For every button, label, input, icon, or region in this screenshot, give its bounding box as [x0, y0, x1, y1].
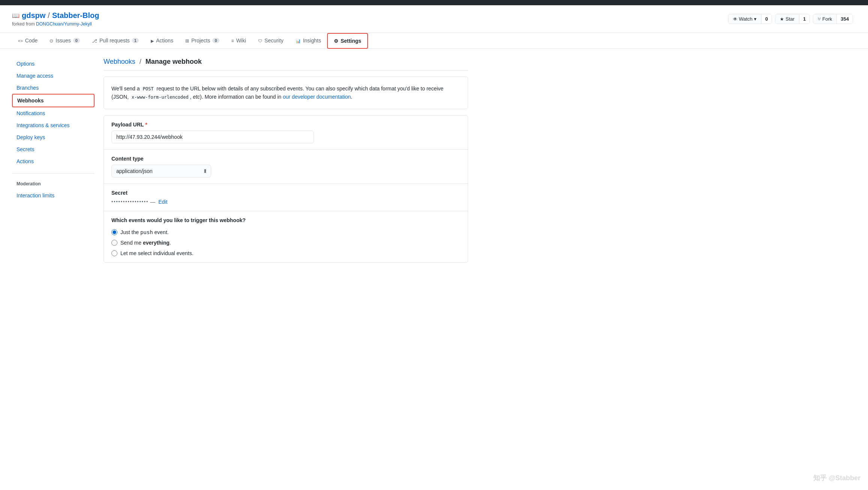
sidebar-item-secrets[interactable]: Secrets	[12, 143, 95, 155]
projects-icon	[185, 38, 189, 44]
radio-everything-label: Send me everything.	[120, 240, 171, 246]
fork-label: Fork	[822, 16, 832, 22]
urlencoded-code: x-www-form-urlencoded	[130, 94, 190, 100]
star-label: Star	[785, 16, 794, 22]
sidebar-divider	[12, 173, 95, 174]
tab-security[interactable]: Security	[252, 33, 290, 49]
tab-pull-requests[interactable]: Pull requests 1	[86, 33, 145, 49]
content-type-select[interactable]: application/json application/x-www-form-…	[111, 165, 211, 177]
sidebar-item-notifications[interactable]: Notifications	[12, 107, 95, 119]
fork-count[interactable]: 354	[836, 14, 853, 24]
tab-actions-label: Actions	[156, 38, 173, 44]
repo-title-line: 📖 gdspw / Stabber-Blog	[12, 11, 99, 20]
tab-projects-label: Projects	[191, 38, 210, 44]
radio-item-everything[interactable]: Send me everything.	[111, 240, 460, 246]
repo-title-section: 📖 gdspw / Stabber-Blog forked from DONGC…	[12, 11, 99, 27]
tab-wiki-label: Wiki	[236, 38, 246, 44]
secret-label: Secret	[111, 190, 460, 196]
settings-icon	[334, 38, 338, 44]
content-area: Webhooks / Manage webhook We'll send a P…	[104, 58, 468, 263]
watch-btn-group: Watch ▾ 0	[728, 14, 772, 24]
star-icon	[780, 16, 784, 22]
pr-icon	[92, 38, 97, 44]
fork-info: forked from DONGChuan/Yummy-Jekyll	[12, 21, 99, 27]
tab-settings-label: Settings	[341, 38, 361, 44]
sidebar-item-options[interactable]: Options	[12, 58, 95, 70]
radio-item-push[interactable]: Just the push event.	[111, 229, 460, 235]
radio-item-individual[interactable]: Let me select individual events.	[111, 250, 460, 256]
payload-url-input[interactable]	[111, 131, 314, 143]
tab-code[interactable]: Code	[12, 33, 44, 49]
repo-book-icon: 📖	[12, 12, 20, 19]
sidebar-item-branches[interactable]: Branches	[12, 82, 95, 94]
repo-header: 📖 gdspw / Stabber-Blog forked from DONGC…	[0, 5, 868, 33]
security-icon	[258, 38, 262, 44]
star-count[interactable]: 1	[799, 14, 809, 24]
secret-group: Secret •••••••••••••••• — Edit	[104, 184, 468, 211]
nav-tabs: Code Issues 0 Pull requests 1 Actions Pr…	[0, 33, 868, 49]
radio-push-input[interactable]	[111, 229, 117, 235]
events-section: Which events would you like to trigger t…	[104, 211, 468, 262]
repo-org-link[interactable]: gdspw	[22, 11, 45, 20]
star-button[interactable]: Star	[775, 14, 799, 24]
tab-code-label: Code	[25, 38, 38, 44]
fork-button[interactable]: Fork	[813, 14, 836, 24]
star-btn-group: Star 1	[775, 14, 810, 24]
tab-actions[interactable]: Actions	[145, 33, 179, 49]
fork-icon	[818, 16, 821, 22]
radio-individual-input[interactable]	[111, 250, 117, 256]
projects-badge: 0	[212, 38, 219, 43]
insights-icon	[296, 38, 301, 44]
repo-name-link[interactable]: Stabber-Blog	[52, 11, 99, 20]
everything-bold: everything	[143, 240, 170, 246]
eye-icon	[733, 16, 737, 22]
sidebar: Options Manage access Branches Webhooks …	[12, 58, 95, 263]
secret-value: •••••••••••••••• — Edit	[111, 199, 460, 205]
sidebar-item-actions[interactable]: Actions	[12, 155, 95, 167]
required-star: *	[145, 122, 147, 128]
secret-edit-link[interactable]: Edit	[158, 199, 167, 205]
content-type-group: Content type application/json applicatio…	[104, 150, 468, 184]
issues-icon	[50, 38, 53, 44]
fork-btn-group: Fork 354	[813, 14, 853, 24]
breadcrumb-separator: /	[140, 58, 141, 65]
payload-url-group: Payload URL *	[104, 116, 468, 150]
radio-individual-label: Let me select individual events.	[120, 250, 194, 256]
tab-projects[interactable]: Projects 0	[179, 33, 225, 49]
info-box: We'll send a POST request to the URL bel…	[104, 77, 468, 109]
watch-dropdown-icon: ▾	[754, 16, 757, 22]
post-code: POST	[141, 86, 155, 92]
radio-everything-input[interactable]	[111, 240, 117, 246]
github-top-bar	[0, 0, 868, 5]
developer-docs-link[interactable]: our developer documentation	[283, 94, 351, 100]
tab-issues-label: Issues	[56, 38, 71, 44]
radio-group: Just the push event. Send me everything.…	[111, 229, 460, 256]
sidebar-item-integrations[interactable]: Integrations & services	[12, 119, 95, 131]
tab-pr-label: Pull requests	[99, 38, 130, 44]
sidebar-main-section: Options Manage access Branches Webhooks …	[12, 58, 95, 167]
sidebar-moderation-section: Moderation Interaction limits	[12, 178, 95, 201]
payload-url-label: Payload URL *	[111, 122, 460, 128]
fork-source-link[interactable]: DONGChuan/Yummy-Jekyll	[36, 21, 92, 27]
tab-security-label: Security	[264, 38, 284, 44]
tab-issues[interactable]: Issues 0	[44, 33, 86, 49]
tab-settings[interactable]: Settings	[327, 33, 368, 49]
sidebar-item-webhooks[interactable]: Webhooks	[12, 94, 95, 107]
radio-push-label: Just the push event.	[120, 229, 169, 235]
moderation-title: Moderation	[12, 178, 95, 189]
watch-count[interactable]: 0	[761, 14, 772, 24]
watch-button[interactable]: Watch ▾	[728, 14, 761, 24]
breadcrumb-current: Manage webhook	[146, 58, 202, 65]
breadcrumb: Webhooks / Manage webhook	[104, 58, 468, 71]
tab-wiki[interactable]: Wiki	[225, 33, 252, 49]
pr-badge: 1	[132, 38, 139, 43]
breadcrumb-parent[interactable]: Webhooks	[104, 58, 135, 65]
sidebar-item-interaction-limits[interactable]: Interaction limits	[12, 189, 95, 201]
code-icon	[18, 38, 23, 44]
tab-insights-label: Insights	[303, 38, 321, 44]
tab-insights[interactable]: Insights	[290, 33, 327, 49]
sidebar-item-manage-access[interactable]: Manage access	[12, 70, 95, 82]
sidebar-item-deploy-keys[interactable]: Deploy keys	[12, 131, 95, 143]
webhook-form: Payload URL * Content type application/j…	[104, 115, 468, 263]
secret-dash: —	[150, 199, 155, 205]
